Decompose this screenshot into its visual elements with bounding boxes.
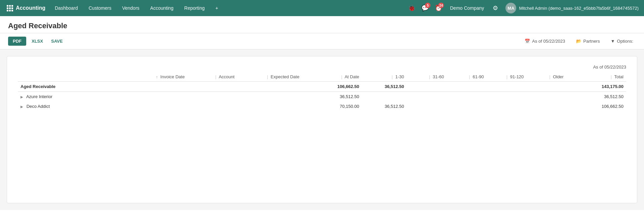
col-91-120[interactable]: | 91-120: [487, 72, 527, 82]
col-divider: |: [267, 74, 268, 79]
col-account[interactable]: | Account: [187, 72, 237, 82]
company-selector[interactable]: Demo Company: [446, 5, 488, 11]
grid-icon: [7, 5, 13, 11]
col-divider: |: [215, 74, 216, 79]
save-button[interactable]: SAVE: [48, 37, 65, 46]
row-name: ▶ Azure Interior: [18, 92, 127, 102]
col-divider: |: [429, 74, 430, 79]
row-invoice-date: [127, 92, 187, 102]
summary-1-30: 36,512.50: [362, 82, 407, 92]
toolbar: PDF XLSX SAVE 📅 As of 05/22/2023 📂 Partn…: [0, 33, 644, 49]
topnav-right: 🐞 💬 5 ⏰ 24 Demo Company ⚙ MA Mitchell Ad…: [406, 2, 641, 14]
row-1-30: [362, 92, 407, 102]
row-older: [526, 92, 566, 102]
add-app-button[interactable]: +: [210, 0, 224, 16]
col-total[interactable]: | Total: [566, 72, 626, 82]
col-divider: |: [391, 74, 392, 79]
nav-customers[interactable]: Customers: [83, 0, 117, 16]
avatar: MA: [505, 3, 516, 13]
nav-reporting[interactable]: Reporting: [179, 0, 210, 16]
col-name: [18, 72, 127, 82]
row-31-60: [407, 92, 447, 102]
col-divider: |: [341, 74, 342, 79]
report-date-header: As of 05/22/2023: [18, 65, 626, 70]
user-menu[interactable]: MA Mitchell Admin (demo_saas-162_e5bbb7f…: [503, 3, 641, 13]
col-at-date[interactable]: | At Date: [302, 72, 362, 82]
partners-icon: 📂: [576, 39, 581, 44]
bug-icon: 🐞: [408, 4, 415, 12]
debug-button[interactable]: 🐞: [406, 2, 418, 14]
page-header: Aged Receivable: [0, 16, 644, 33]
nav-vendors[interactable]: Vendors: [117, 0, 145, 16]
col-1-30[interactable]: | 1-30: [362, 72, 407, 82]
row-total: 106,662.50: [566, 101, 626, 111]
col-divider: |: [611, 74, 612, 79]
chat-button[interactable]: 💬 5: [419, 2, 431, 14]
content-area: As of 05/22/2023 ↑ Invoice Date | Accoun…: [0, 49, 644, 210]
app-logo[interactable]: Accounting: [3, 5, 49, 11]
xlsx-button[interactable]: XLSX: [29, 37, 46, 46]
as-of-date-filter[interactable]: 📅 As of 05/22/2023: [522, 37, 568, 45]
row-name: ▶ Deco Addict: [18, 101, 127, 111]
toolbar-filters: 📅 As of 05/22/2023 📂 Partners ▼ Options:: [522, 37, 636, 45]
chat-badge: 5: [425, 3, 430, 8]
top-navigation: Accounting Dashboard Customers Vendors A…: [0, 0, 644, 16]
partners-filter[interactable]: 📂 Partners: [573, 37, 603, 45]
row-older: [526, 101, 566, 111]
summary-61-90: [447, 82, 487, 92]
settings-icon: ⚙: [493, 4, 498, 12]
summary-91-120: [487, 82, 527, 92]
row-expected-date: [237, 92, 302, 102]
sort-icon: ↑: [156, 75, 158, 79]
nav-accounting[interactable]: Accounting: [145, 0, 179, 16]
col-31-60[interactable]: | 31-60: [407, 72, 447, 82]
clock-button[interactable]: ⏰ 24: [432, 2, 445, 14]
summary-at-date: 106,662.50: [302, 82, 362, 92]
summary-expected-date: [237, 82, 302, 92]
filter-icon: ▼: [611, 39, 615, 44]
app-name: Accounting: [16, 5, 45, 11]
calendar-icon: 📅: [525, 39, 530, 44]
col-invoice-date[interactable]: ↑ Invoice Date: [127, 72, 187, 82]
col-divider: |: [549, 74, 550, 79]
row-account: [187, 101, 237, 111]
row-total: 36,512.50: [566, 92, 626, 102]
row-91-120: [487, 92, 527, 102]
row-91-120: [487, 101, 527, 111]
user-name: Mitchell Admin (demo_saas-162_e5bbb7fa5b…: [519, 6, 639, 11]
col-older[interactable]: | Older: [526, 72, 566, 82]
options-filter[interactable]: ▼ Options:: [608, 37, 636, 45]
row-61-90: [447, 92, 487, 102]
col-divider: |: [506, 74, 507, 79]
report-table: ↑ Invoice Date | Account | Expected Date…: [18, 72, 626, 111]
summary-row: Aged Receivable 106,662.50 36,512.50 143…: [18, 82, 626, 92]
row-expected-date: [237, 101, 302, 111]
row-31-60: [407, 101, 447, 111]
expand-icon[interactable]: ▶: [21, 105, 23, 109]
settings-button[interactable]: ⚙: [489, 2, 501, 14]
table-row[interactable]: ▶ Deco Addict 70,150.00 36,512.50 106,66…: [18, 101, 626, 111]
summary-older: [526, 82, 566, 92]
report-card: As of 05/22/2023 ↑ Invoice Date | Accoun…: [7, 56, 637, 203]
col-divider: |: [469, 74, 470, 79]
nav-dashboard[interactable]: Dashboard: [49, 0, 83, 16]
row-account: [187, 92, 237, 102]
row-1-30: 36,512.50: [362, 101, 407, 111]
summary-31-60: [407, 82, 447, 92]
summary-total: 143,175.00: [566, 82, 626, 92]
page-title: Aged Receivable: [8, 22, 636, 30]
col-61-90[interactable]: | 61-90: [447, 72, 487, 82]
row-61-90: [447, 101, 487, 111]
expand-icon[interactable]: ▶: [21, 95, 23, 99]
summary-name: Aged Receivable: [18, 82, 127, 92]
pdf-button[interactable]: PDF: [8, 37, 26, 46]
col-expected-date[interactable]: | Expected Date: [237, 72, 302, 82]
table-row[interactable]: ▶ Azure Interior 36,512.50 36,512.50: [18, 92, 626, 102]
summary-account: [187, 82, 237, 92]
summary-invoice-date: [127, 82, 187, 92]
row-at-date: 70,150.00: [302, 101, 362, 111]
clock-badge: 24: [438, 3, 444, 8]
row-invoice-date: [127, 101, 187, 111]
row-at-date: 36,512.50: [302, 92, 362, 102]
